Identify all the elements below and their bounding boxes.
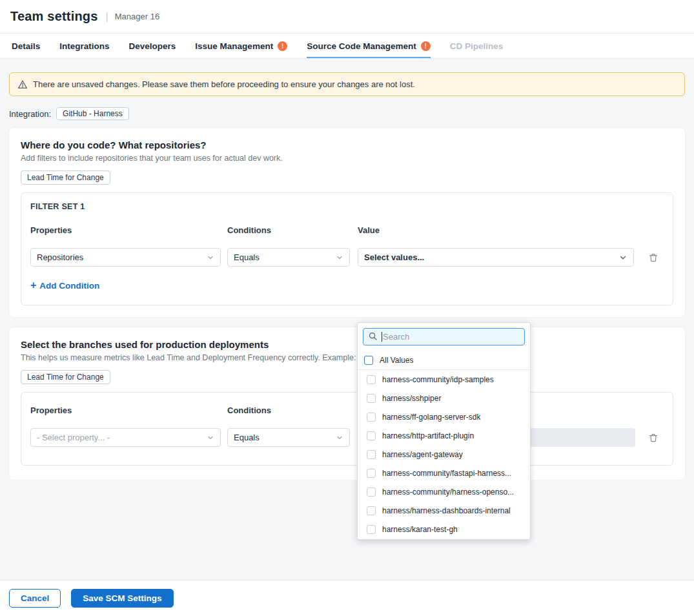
alert-badge-icon: ! xyxy=(278,41,287,51)
option-row[interactable]: harness/ff-golang-server-sdk xyxy=(358,407,530,426)
branches-card-title: Select the branches used for production … xyxy=(21,339,673,350)
option-label: harness/agent-gateway xyxy=(382,450,463,459)
option-label: harness/http-artifact-plugin xyxy=(382,431,474,440)
option-label: harness/karan-test-gh xyxy=(382,525,458,534)
tab-cd-pipelines: CD Pipelines xyxy=(450,34,504,58)
chevron-down-icon xyxy=(336,254,343,262)
checkbox-icon[interactable] xyxy=(367,375,376,384)
properties-select-value: Repositories xyxy=(37,252,83,262)
integration-row: Integration: GitHub - Harness xyxy=(9,107,685,120)
option-row-clipped[interactable]: harness/... xyxy=(358,539,530,540)
plus-icon: + xyxy=(30,280,36,291)
properties-select-placeholder: - Select property... - xyxy=(37,433,110,442)
tab-developers[interactable]: Developers xyxy=(129,34,176,58)
option-row[interactable]: harness/agent-gateway xyxy=(358,445,530,464)
search-input[interactable] xyxy=(363,328,525,345)
delete-filter-button[interactable] xyxy=(648,252,658,263)
lead-time-badge: Lead Time for Change xyxy=(21,170,110,185)
search-icon xyxy=(368,331,378,344)
checkbox-icon[interactable] xyxy=(367,488,376,497)
branches-card-subtitle: This helps us measure metrics like Lead … xyxy=(21,353,673,362)
warning-icon xyxy=(17,79,28,90)
repositories-card: Where do you code? What repositories? Ad… xyxy=(9,128,685,317)
chevron-down-icon xyxy=(618,253,628,262)
integration-label: Integration: xyxy=(9,109,51,119)
alert-badge-icon: ! xyxy=(421,41,431,51)
conditions-select-value: Equals xyxy=(234,252,260,262)
option-label: harness-community/fastapi-harness... xyxy=(382,469,511,478)
content-area: There are unsaved changes. Please save t… xyxy=(0,59,694,580)
tab-label: Integrations xyxy=(59,41,109,51)
unsaved-changes-banner: There are unsaved changes. Please save t… xyxy=(9,72,685,96)
tab-source-code-management[interactable]: Source Code Management ! xyxy=(307,34,431,58)
conditions-select[interactable]: Equals xyxy=(227,428,350,447)
checkbox-icon[interactable] xyxy=(364,356,373,365)
delete-filter-button[interactable] xyxy=(648,433,658,443)
checkbox-icon[interactable] xyxy=(367,450,376,459)
integration-chip[interactable]: GitHub - Harness xyxy=(56,107,129,120)
tab-integrations[interactable]: Integrations xyxy=(59,34,109,58)
filter-column-labels: Properties Conditions Value xyxy=(30,225,664,235)
option-row[interactable]: harness/http-artifact-plugin xyxy=(358,426,530,445)
properties-select[interactable]: Repositories xyxy=(30,248,221,267)
properties-column-label: Properties xyxy=(30,225,221,235)
chevron-down-icon xyxy=(207,254,214,262)
checkbox-icon[interactable] xyxy=(367,413,376,422)
option-row[interactable]: harness/harness-dashboards-internal xyxy=(358,501,530,520)
tab-bar: Details Integrations Developers Issue Ma… xyxy=(0,34,694,59)
filter-column-labels: Properties Conditions xyxy=(30,406,664,415)
add-condition-button[interactable]: + Add Condition xyxy=(30,280,99,291)
option-label: harness/sshpiper xyxy=(382,394,441,403)
footer-action-bar: Cancel Save SCM Settings xyxy=(0,580,694,615)
page-subtitle: Manager 16 xyxy=(115,12,159,21)
properties-column-label: Properties xyxy=(30,406,221,415)
filter-set-title: FILTER SET 1 xyxy=(30,202,664,211)
filter-row: - Select property... - Equals xyxy=(30,428,664,447)
checkbox-icon[interactable] xyxy=(367,394,376,403)
option-label: harness-community/harness-openso... xyxy=(382,488,514,497)
checkbox-icon[interactable] xyxy=(367,506,376,515)
page-header: Team settings | Manager 16 xyxy=(0,0,694,34)
branches-filter-set: Properties Conditions - Select property.… xyxy=(21,392,673,466)
checkbox-icon[interactable] xyxy=(367,525,376,534)
checkbox-icon[interactable] xyxy=(367,469,376,478)
value-column-label: Value xyxy=(358,225,634,235)
tab-label: Details xyxy=(12,41,40,51)
checkbox-icon[interactable] xyxy=(367,431,376,440)
tab-issue-management[interactable]: Issue Management ! xyxy=(195,34,287,58)
chevron-down-icon xyxy=(207,434,214,442)
conditions-column-label: Conditions xyxy=(227,225,350,235)
properties-select[interactable]: - Select property... - xyxy=(30,428,221,447)
option-row[interactable]: harness/sshpiper xyxy=(358,389,530,407)
dropdown-search xyxy=(363,328,525,345)
option-label: harness/ff-golang-server-sdk xyxy=(382,413,481,422)
option-label: harness/harness-dashboards-internal xyxy=(382,506,511,515)
tab-label: CD Pipelines xyxy=(450,41,504,51)
save-scm-settings-button[interactable]: Save SCM Settings xyxy=(71,589,173,608)
value-dropdown-panel: All Values harness-community/idp-samples… xyxy=(357,322,531,540)
option-row[interactable]: harness-community/harness-openso... xyxy=(358,482,530,501)
lead-time-badge: Lead Time for Change xyxy=(21,370,110,384)
conditions-select-value: Equals xyxy=(234,433,260,442)
tab-details[interactable]: Details xyxy=(12,34,40,58)
filter-row: Repositories Equals Select values... xyxy=(30,248,664,267)
value-select-placeholder: Select values... xyxy=(364,252,424,262)
text-cursor xyxy=(382,332,382,342)
option-label: All Values xyxy=(380,356,413,365)
option-label: harness-community/idp-samples xyxy=(382,375,494,384)
cancel-button[interactable]: Cancel xyxy=(9,589,61,608)
option-row[interactable]: harness/karan-test-gh xyxy=(358,520,530,539)
page-title: Team settings xyxy=(10,9,98,24)
tab-label: Developers xyxy=(129,41,176,51)
chevron-down-icon xyxy=(336,434,343,442)
filter-set-1: FILTER SET 1 Properties Conditions Value… xyxy=(21,192,673,305)
conditions-select[interactable]: Equals xyxy=(227,248,350,267)
option-row[interactable]: harness-community/idp-samples xyxy=(358,370,530,389)
tab-label: Source Code Management xyxy=(307,41,416,51)
option-row[interactable]: harness-community/fastapi-harness... xyxy=(358,464,530,482)
tab-label: Issue Management xyxy=(195,41,273,51)
title-separator: | xyxy=(106,11,108,23)
trash-icon xyxy=(648,433,658,443)
option-all-values[interactable]: All Values xyxy=(358,351,530,369)
value-multiselect[interactable]: Select values... xyxy=(358,248,634,267)
